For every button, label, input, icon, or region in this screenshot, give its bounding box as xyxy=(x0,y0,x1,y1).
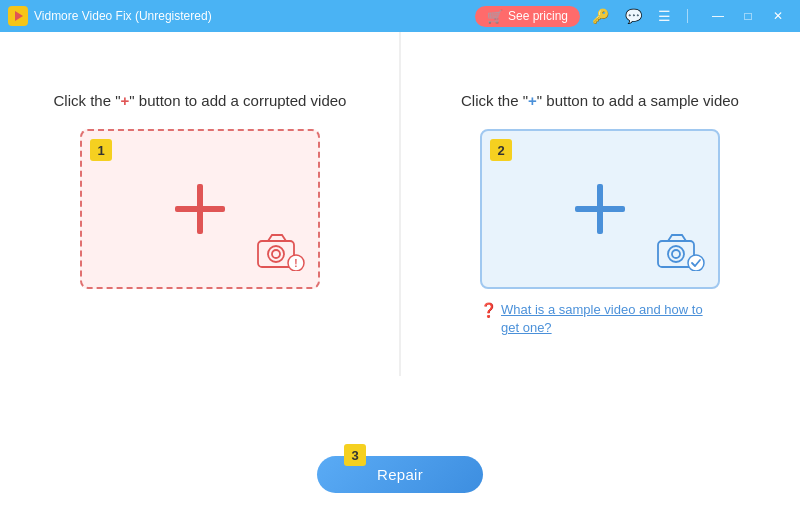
plus-symbol-right: + xyxy=(528,92,537,109)
titlebar-separator xyxy=(687,9,688,23)
main-content: Click the "+" button to add a corrupted … xyxy=(0,32,800,521)
titlebar-left: Vidmore Video Fix (Unregistered) xyxy=(8,6,212,26)
corrupted-camera-icon: ! xyxy=(254,231,306,275)
bottom-action-bar: 3 Repair xyxy=(0,456,800,521)
panel-corrupted-label: Click the "+" button to add a corrupted … xyxy=(54,92,347,109)
sample-link-container: ❓ What is a sample video and how to get … xyxy=(480,301,720,337)
repair-button[interactable]: Repair xyxy=(317,456,483,493)
panel-corrupted-video: Click the "+" button to add a corrupted … xyxy=(0,32,400,456)
close-button[interactable]: ✕ xyxy=(764,5,792,27)
pricing-label: See pricing xyxy=(508,9,568,23)
cart-icon: 🛒 xyxy=(487,9,503,24)
divider-line xyxy=(400,32,401,376)
panel-sample-label: Click the "+" button to add a sample vid… xyxy=(461,92,739,109)
svg-point-4 xyxy=(272,250,280,258)
app-logo-icon xyxy=(8,6,28,26)
app-title: Vidmore Video Fix (Unregistered) xyxy=(34,9,212,23)
maximize-button[interactable]: □ xyxy=(734,5,762,27)
badge-1: 1 xyxy=(90,139,112,161)
sample-video-dropzone[interactable]: 2 xyxy=(480,129,720,289)
add-sample-video-icon xyxy=(575,184,625,234)
svg-point-10 xyxy=(688,255,704,271)
sample-camera-icon xyxy=(654,231,706,275)
svg-point-3 xyxy=(268,246,284,262)
key-button[interactable]: 🔑 xyxy=(588,6,613,26)
sample-video-link[interactable]: What is a sample video and how to get on… xyxy=(501,301,720,337)
help-circle-icon: ❓ xyxy=(480,302,497,318)
window-controls: — □ ✕ xyxy=(704,5,792,27)
badge-3: 3 xyxy=(344,444,366,466)
svg-point-8 xyxy=(668,246,684,262)
titlebar: Vidmore Video Fix (Unregistered) 🛒 See p… xyxy=(0,0,800,32)
pricing-button[interactable]: 🛒 See pricing xyxy=(475,6,580,27)
minimize-button[interactable]: — xyxy=(704,5,732,27)
chat-button[interactable]: 💬 xyxy=(621,6,646,26)
plus-symbol-left: + xyxy=(121,92,130,109)
panel-sample-video: Click the "+" button to add a sample vid… xyxy=(400,32,800,456)
badge-2: 2 xyxy=(490,139,512,161)
svg-text:!: ! xyxy=(294,258,297,269)
titlebar-right: 🛒 See pricing 🔑 💬 ☰ — □ ✕ xyxy=(475,5,792,27)
svg-point-9 xyxy=(672,250,680,258)
corrupted-video-dropzone[interactable]: 1 xyxy=(80,129,320,289)
add-corrupted-video-icon xyxy=(175,184,225,234)
panels-container: Click the "+" button to add a corrupted … xyxy=(0,32,800,456)
menu-button[interactable]: ☰ xyxy=(654,6,675,26)
